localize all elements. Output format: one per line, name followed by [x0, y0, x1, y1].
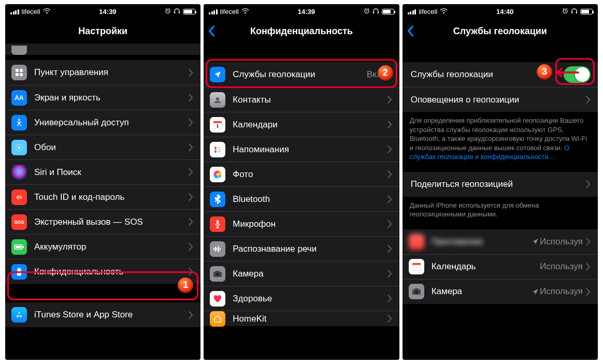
- location-arrow-icon: [532, 238, 539, 245]
- svg-point-17: [216, 97, 219, 100]
- row-app-camera[interactable]: Камера Используя: [403, 279, 598, 304]
- signal-icon: [209, 9, 218, 14]
- svg-rect-48: [412, 265, 421, 270]
- row-photos[interactable]: Фото: [204, 162, 399, 186]
- clock: 14:40: [496, 8, 513, 16]
- chevron-right-icon: [387, 220, 392, 228]
- row-location-services[interactable]: Службы геолокации Вкл.: [204, 62, 399, 87]
- row-wallpaper[interactable]: Обои: [5, 135, 200, 159]
- chevron-right-icon: [387, 295, 392, 302]
- row-camera[interactable]: Камера: [204, 261, 399, 286]
- chevron-right-icon: [189, 143, 193, 151]
- chevron-right-icon: [387, 245, 392, 253]
- signal-icon: [408, 9, 417, 14]
- battery-icon: [183, 9, 195, 14]
- contacts-icon: [210, 92, 225, 108]
- row-location-alerts[interactable]: Оповещения о геопозиции: [403, 87, 598, 112]
- row-siri[interactable]: Siri и Поиск: [5, 159, 200, 184]
- row-touch-id[interactable]: Touch ID и код-пароль: [5, 184, 200, 209]
- step-marker-3: 3: [537, 64, 552, 80]
- row-control-center[interactable]: Пункт управления: [5, 60, 200, 85]
- status-bar: lifecell 14:40: [403, 4, 598, 19]
- row-label: iTunes Store и App Store: [34, 310, 189, 320]
- row-itunes[interactable]: iTunes Store и App Store: [5, 302, 200, 327]
- row-health[interactable]: Здоровье: [204, 286, 399, 311]
- chevron-right-icon: [586, 96, 591, 104]
- svg-rect-37: [215, 246, 216, 252]
- row-label: Приложение: [432, 237, 532, 247]
- row-calendars[interactable]: 1 Календари: [204, 112, 399, 137]
- row-app-calendar[interactable]: Календарь Используя: [403, 254, 598, 279]
- row-app-blurred[interactable]: Приложение Используя: [403, 229, 598, 254]
- svg-rect-38: [217, 247, 218, 251]
- svg-rect-40: [220, 248, 221, 250]
- row-microphone[interactable]: Микрофон: [204, 211, 399, 236]
- chevron-right-icon: [387, 315, 392, 323]
- row-share-location[interactable]: Поделиться геопозицией: [403, 172, 598, 197]
- row-display[interactable]: AA Экран и яркость: [5, 85, 200, 110]
- homekit-icon: [210, 311, 225, 327]
- location-icon: [210, 67, 225, 82]
- row-label: Пункт управления: [34, 67, 189, 78]
- alarm-icon: [364, 8, 370, 16]
- row-label: Календарь: [432, 261, 540, 272]
- row-label: Фото: [233, 169, 387, 180]
- row-label: HomeKit: [233, 314, 387, 324]
- row-label: Напоминания: [233, 144, 387, 155]
- svg-rect-36: [213, 248, 214, 250]
- bluetooth-icon: [210, 192, 225, 207]
- row-label: Распознавание речи: [233, 244, 387, 254]
- siri-icon: [11, 165, 27, 180]
- svg-point-23: [214, 151, 217, 153]
- row-sos[interactable]: SOS Экстренный вызов — SOS: [5, 209, 200, 234]
- svg-rect-16: [377, 11, 378, 13]
- chevron-right-icon: [189, 311, 193, 319]
- speech-icon: [210, 241, 225, 257]
- alarm-icon: [562, 8, 568, 16]
- health-icon: [210, 291, 225, 307]
- chevron-right-icon: [586, 238, 591, 245]
- photos-icon: [210, 167, 225, 182]
- carrier-label: lifecell: [22, 8, 40, 16]
- svg-rect-6: [20, 73, 23, 76]
- chevron-right-icon: [387, 195, 392, 203]
- row-contacts[interactable]: Контакты: [204, 87, 399, 112]
- chevron-right-icon: [189, 119, 193, 126]
- chevron-right-icon: [586, 180, 591, 188]
- svg-rect-4: [20, 69, 23, 72]
- status-bar: lifecell 14:39: [5, 4, 200, 19]
- row-speech[interactable]: Распознавание речи: [204, 236, 399, 261]
- row-reminders[interactable]: Напоминания: [204, 137, 399, 162]
- svg-rect-45: [571, 11, 572, 13]
- chevron-right-icon: [387, 96, 392, 104]
- row-homekit[interactable]: HomeKit: [204, 311, 399, 326]
- battery-icon: [580, 9, 593, 14]
- phone-privacy: lifecell 14:39 Конфиденциальность Службы…: [204, 4, 399, 360]
- control-center-icon: [11, 65, 27, 80]
- svg-rect-42: [216, 271, 220, 272]
- row-label: Конфиденциальность: [34, 267, 189, 277]
- app-icon: [409, 234, 424, 250]
- battery-app-icon: [11, 239, 27, 255]
- chevron-right-icon: [189, 243, 193, 251]
- row-accessibility[interactable]: Универсальный доступ: [5, 110, 200, 135]
- page-title: Службы геолокации: [453, 26, 547, 37]
- chevron-right-icon: [586, 263, 591, 271]
- row-bluetooth[interactable]: Bluetooth: [204, 186, 399, 211]
- row-privacy[interactable]: Конфиденциальность: [5, 259, 200, 284]
- chevron-right-icon: [387, 170, 392, 178]
- sos-icon: SOS: [11, 214, 27, 230]
- svg-rect-15: [373, 11, 374, 13]
- row-battery[interactable]: Аккумулятор: [5, 234, 200, 259]
- svg-point-34: [214, 171, 218, 174]
- clock: 14:39: [99, 8, 116, 16]
- row-label: Поделиться геопозицией: [411, 179, 586, 190]
- location-arrow-icon: [532, 288, 539, 295]
- row-label: Bluetooth: [233, 194, 387, 205]
- footer-text: Для определения приблизительной геопозиц…: [403, 112, 598, 169]
- svg-rect-3: [16, 69, 19, 72]
- back-button[interactable]: [407, 25, 414, 37]
- svg-rect-25: [218, 149, 221, 150]
- back-button[interactable]: [208, 25, 215, 37]
- row-value: Используя: [540, 261, 583, 272]
